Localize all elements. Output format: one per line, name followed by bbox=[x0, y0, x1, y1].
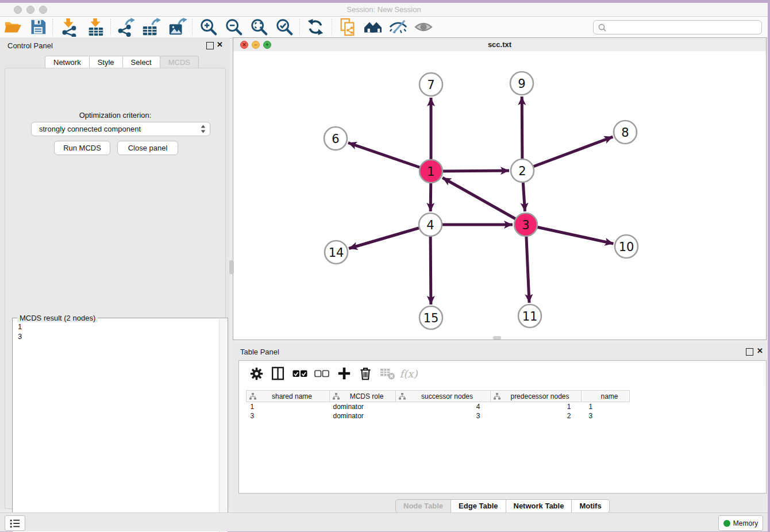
graph-node-14[interactable]: 14 bbox=[325, 241, 348, 264]
tab-edge-table[interactable]: Edge Table bbox=[451, 499, 506, 513]
graph-node-10[interactable]: 10 bbox=[615, 235, 638, 258]
tab-motifs[interactable]: Motifs bbox=[572, 499, 609, 513]
export-network-button[interactable] bbox=[113, 18, 138, 36]
zoom-selected-button[interactable] bbox=[272, 18, 297, 36]
app-window: Session: New Session bbox=[0, 3, 768, 531]
dropdown-selected-value: strongly connected component bbox=[39, 125, 201, 133]
control-panel-title: Control Panel bbox=[7, 41, 53, 50]
gear-icon bbox=[249, 367, 264, 381]
column-header-predecessor-nodes[interactable]: predecessor nodes bbox=[491, 391, 582, 402]
search-field[interactable] bbox=[593, 20, 762, 34]
tab-network-table[interactable]: Network Table bbox=[506, 499, 572, 513]
graph-node-7[interactable]: 7 bbox=[419, 73, 442, 96]
export-image-button[interactable] bbox=[165, 18, 190, 36]
close-panel-x-button[interactable]: ✕ bbox=[217, 40, 223, 49]
show-column-button[interactable] bbox=[268, 364, 288, 383]
panel-divider-handle[interactable] bbox=[229, 260, 234, 274]
table-settings-button[interactable] bbox=[247, 364, 266, 383]
column-header-successor-nodes[interactable]: successor nodes bbox=[396, 391, 491, 402]
tab-style[interactable]: Style bbox=[90, 56, 123, 69]
network-window-title: scc.txt bbox=[233, 40, 766, 49]
tab-network[interactable]: Network bbox=[45, 56, 90, 69]
node-label: 7 bbox=[427, 78, 434, 92]
export-network-icon bbox=[117, 18, 135, 37]
import-network-icon bbox=[60, 18, 78, 37]
tab-node-table[interactable]: Node Table bbox=[395, 499, 451, 513]
import-table-button[interactable] bbox=[83, 18, 108, 36]
node-label: 9 bbox=[518, 77, 525, 91]
graph-node-8[interactable]: 8 bbox=[614, 121, 637, 144]
graph-node-15[interactable]: 15 bbox=[419, 306, 442, 329]
refresh-icon bbox=[307, 18, 324, 36]
home-view-button[interactable] bbox=[360, 18, 386, 36]
column-header-mcds-role[interactable]: MCDS role bbox=[330, 391, 396, 402]
hide-selected-button[interactable] bbox=[386, 18, 411, 36]
graph-node-9[interactable]: 9 bbox=[510, 72, 533, 95]
unchecked-boxes-icon bbox=[314, 370, 329, 377]
edge-2-8[interactable] bbox=[522, 137, 613, 171]
optimization-criterion-select[interactable]: strongly connected component bbox=[31, 122, 210, 136]
save-session-button[interactable] bbox=[25, 18, 51, 36]
network-graph[interactable]: 1234678910111415 bbox=[233, 51, 766, 340]
float-table-panel-button[interactable] bbox=[746, 348, 753, 356]
zoom-fit-button[interactable] bbox=[247, 18, 272, 36]
checked-boxes-icon bbox=[292, 370, 307, 377]
result-scrollbar[interactable] bbox=[219, 319, 227, 532]
hierarchy-icon bbox=[249, 393, 256, 400]
delete-columns-button[interactable] bbox=[356, 364, 375, 383]
toolbar-separator bbox=[110, 19, 111, 35]
column-header-name[interactable]: name bbox=[582, 391, 630, 402]
close-panel-button[interactable]: Close panel bbox=[117, 141, 178, 155]
delete-table-button[interactable] bbox=[378, 364, 397, 383]
function-builder-button[interactable]: f(x) bbox=[399, 364, 418, 383]
table-panel: Table Panel ✕ bbox=[233, 342, 767, 512]
edge-3-10[interactable] bbox=[526, 225, 614, 244]
run-mcds-button[interactable]: Run MCDS bbox=[54, 141, 110, 155]
dropdown-stepper-icon bbox=[201, 125, 206, 133]
zoom-out-button[interactable] bbox=[221, 18, 247, 36]
network-window-titlebar[interactable]: ✕ − + scc.txt bbox=[233, 38, 766, 52]
memory-button[interactable]: Memory bbox=[718, 515, 763, 531]
network-file-icon bbox=[338, 18, 357, 37]
create-column-button[interactable] bbox=[334, 364, 354, 383]
memory-status-icon bbox=[723, 520, 730, 527]
tab-select[interactable]: Select bbox=[123, 56, 160, 69]
node-label: 6 bbox=[332, 132, 339, 146]
graph-node-4[interactable]: 4 bbox=[419, 213, 442, 236]
hierarchy-icon bbox=[494, 393, 500, 400]
apply-layout-button[interactable] bbox=[303, 18, 328, 36]
table-row[interactable]: 1dominator411 bbox=[247, 402, 630, 412]
window-resize-handle[interactable] bbox=[493, 336, 501, 340]
table-panel-tabs: Node Table Edge Table Network Table Moti… bbox=[395, 499, 610, 512]
tab-mcds[interactable]: MCDS bbox=[160, 56, 199, 69]
graph-node-3[interactable]: 3 bbox=[514, 213, 537, 236]
graph-node-2[interactable]: 2 bbox=[511, 159, 534, 182]
node-label: 11 bbox=[522, 310, 538, 323]
app-titlebar: Session: New Session bbox=[0, 3, 768, 17]
houses-icon bbox=[363, 18, 383, 36]
edge-4-14[interactable] bbox=[349, 225, 430, 249]
column-header-shared-name[interactable]: shared name bbox=[247, 391, 330, 402]
mcds-result-text[interactable]: 1 3 bbox=[13, 321, 219, 532]
import-network-button[interactable] bbox=[56, 18, 82, 36]
close-table-panel-button[interactable]: ✕ bbox=[757, 346, 763, 356]
edge-3-1[interactable] bbox=[442, 178, 526, 225]
open-file-button[interactable] bbox=[0, 18, 25, 36]
graph-node-11[interactable]: 11 bbox=[518, 304, 541, 327]
show-all-button[interactable] bbox=[411, 18, 436, 36]
control-panel-header: Control Panel ✕ bbox=[0, 37, 230, 53]
edge-1-6[interactable] bbox=[348, 143, 431, 172]
select-all-rows-button[interactable] bbox=[290, 364, 310, 383]
export-table-button[interactable] bbox=[138, 18, 164, 36]
network-from-selection-button[interactable] bbox=[335, 18, 360, 36]
table-row[interactable]: 3dominator323 bbox=[247, 411, 630, 421]
hierarchy-icon bbox=[333, 393, 340, 400]
deselect-all-rows-button[interactable] bbox=[312, 364, 332, 383]
graph-node-1[interactable]: 1 bbox=[419, 160, 442, 183]
search-input[interactable] bbox=[609, 23, 761, 32]
graph-node-6[interactable]: 6 bbox=[324, 127, 347, 150]
float-panel-button[interactable] bbox=[206, 42, 214, 49]
zoom-in-button[interactable] bbox=[196, 18, 221, 36]
mcds-result-group: MCDS result (2 nodes) 1 3 bbox=[12, 318, 228, 532]
task-history-button[interactable] bbox=[5, 515, 25, 531]
